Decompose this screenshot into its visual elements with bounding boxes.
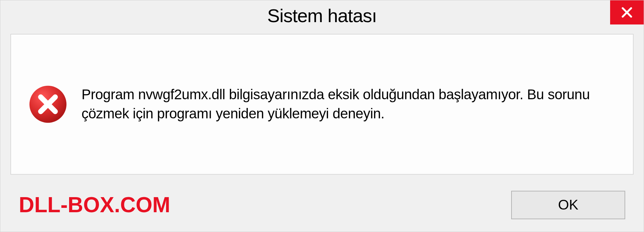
error-dialog: Sistem hatası Program nvwgf2umx.d bbox=[0, 0, 644, 232]
ok-button[interactable]: OK bbox=[511, 191, 625, 219]
watermark-text: DLL-BOX.COM bbox=[19, 192, 170, 217]
title-bar: Sistem hatası bbox=[0, 0, 644, 31]
error-message: Program nvwgf2umx.dll bilgisayarınızda e… bbox=[82, 85, 616, 123]
error-icon bbox=[28, 84, 68, 124]
dialog-title: Sistem hatası bbox=[267, 5, 377, 26]
close-icon bbox=[621, 6, 633, 19]
dialog-footer: DLL-BOX.COM OK bbox=[0, 181, 644, 228]
content-panel: Program nvwgf2umx.dll bilgisayarınızda e… bbox=[10, 34, 634, 175]
close-button[interactable] bbox=[610, 0, 644, 24]
